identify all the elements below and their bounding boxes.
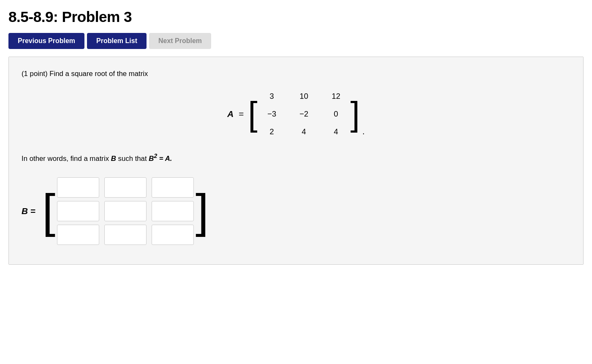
matrix-cell-2-0: 2 xyxy=(259,127,285,136)
answer-input-1-1[interactable] xyxy=(104,201,147,221)
matrix-cell-0-0: 3 xyxy=(259,92,285,101)
matrix-cell-2-1: 4 xyxy=(291,127,317,136)
bracket-left: [ xyxy=(248,97,257,131)
answer-input-0-0[interactable] xyxy=(57,177,99,198)
matrix-cell-2-2: 4 xyxy=(323,127,349,136)
matrix-bracket-container: [ 3 10 12 −3 −2 0 2 4 4 ] xyxy=(248,88,359,140)
answer-matrix-container: [ ] xyxy=(42,175,209,247)
words-text: In other words, find a matrix B such tha… xyxy=(22,152,570,163)
b-equals-label: B = xyxy=(22,206,35,216)
answer-input-0-1[interactable] xyxy=(104,177,147,198)
b-inline-label: B xyxy=(111,155,116,163)
matrix-cell-1-0: −3 xyxy=(259,109,285,119)
problem-list-button[interactable]: Problem List xyxy=(87,33,147,49)
next-problem-button[interactable]: Next Problem xyxy=(149,33,211,49)
matrix-a-label: A xyxy=(227,109,234,119)
answer-bracket-left: [ xyxy=(42,187,55,235)
matrix-grid: 3 10 12 −3 −2 0 2 4 4 xyxy=(259,88,349,140)
matrix-dot: . xyxy=(362,126,365,140)
matrix-eq-sign: = xyxy=(239,109,244,119)
answer-input-1-0[interactable] xyxy=(57,201,99,221)
answer-input-2-1[interactable] xyxy=(104,225,147,245)
answer-bracket-right: ] xyxy=(196,187,209,235)
nav-buttons: Previous Problem Problem List Next Probl… xyxy=(8,33,584,49)
answer-input-2-2[interactable] xyxy=(152,225,194,245)
answer-input-1-2[interactable] xyxy=(152,201,194,221)
b-condition: B2 = A. xyxy=(149,155,172,163)
page-title: 8.5-8.9: Problem 3 xyxy=(8,8,584,25)
bracket-right: ] xyxy=(350,97,360,131)
matrix-cell-1-1: −2 xyxy=(291,109,317,119)
matrix-cell-0-1: 10 xyxy=(291,92,317,101)
matrix-cell-0-2: 12 xyxy=(323,92,349,101)
answer-section: B = [ ] xyxy=(22,175,570,247)
matrix-cell-1-2: 0 xyxy=(323,109,349,119)
matrix-equation: A = [ 3 10 12 −3 −2 0 2 4 4 ] . xyxy=(22,88,570,140)
problem-text: (1 point) Find a square root of the matr… xyxy=(22,70,570,78)
answer-input-2-0[interactable] xyxy=(57,225,99,245)
answer-grid xyxy=(55,175,196,247)
problem-box: (1 point) Find a square root of the matr… xyxy=(8,57,584,265)
answer-input-0-2[interactable] xyxy=(152,177,194,198)
prev-problem-button[interactable]: Previous Problem xyxy=(8,33,84,49)
